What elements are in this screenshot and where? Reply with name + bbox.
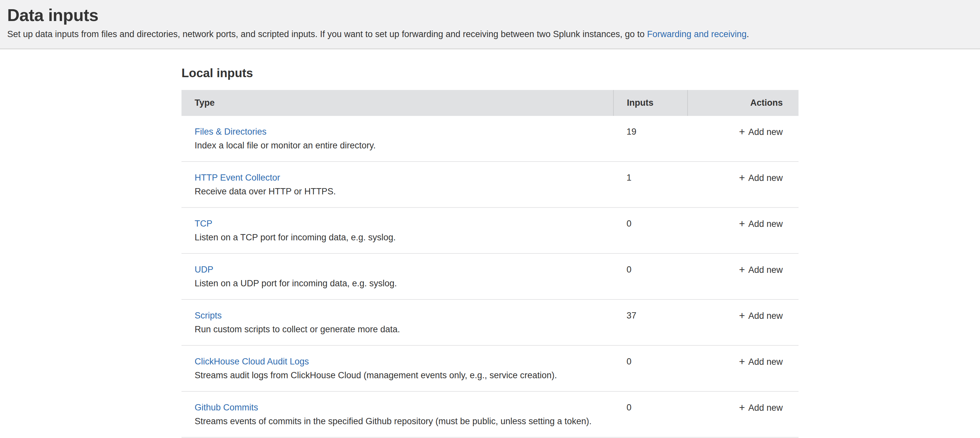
column-header-inputs: Inputs [613, 90, 687, 116]
input-type-link[interactable]: HTTP Event Collector [195, 173, 280, 183]
input-type-description: Listen on a TCP port for incoming data, … [195, 231, 607, 243]
input-type-link[interactable]: Github Commits [195, 403, 258, 413]
input-type-description: Listen on a UDP port for incoming data, … [195, 277, 607, 289]
inputs-count: 0 [613, 346, 687, 391]
inputs-count: 0 [613, 253, 687, 299]
main-content: Local inputs Type Inputs Actions Files &… [181, 49, 799, 438]
add-new-label: Add new [748, 173, 783, 183]
plus-icon: + [739, 402, 745, 413]
add-new-link[interactable]: +Add new [739, 173, 783, 183]
input-type-description: Streams audit logs from ClickHouse Cloud… [195, 370, 607, 381]
add-new-label: Add new [748, 219, 783, 229]
table-row-tcp: TCP Listen on a TCP port for incoming da… [181, 207, 799, 253]
forwarding-and-receiving-link[interactable]: Forwarding and receiving [647, 29, 747, 39]
input-type-description: Streams events of commits in the specifi… [195, 415, 607, 427]
column-header-actions: Actions [687, 90, 799, 116]
add-new-label: Add new [748, 357, 783, 367]
plus-icon: + [739, 264, 745, 276]
table-row-clickhouse-cloud-audit-logs: ClickHouse Cloud Audit Logs Streams audi… [181, 346, 799, 391]
subtitle-text-after: . [747, 29, 749, 39]
add-new-label: Add new [748, 127, 783, 137]
input-type-description: Receive data over HTTP or HTTPS. [195, 185, 607, 197]
inputs-count: 0 [613, 207, 687, 253]
inputs-count: 0 [613, 391, 687, 437]
table-row-udp: UDP Listen on a UDP port for incoming da… [181, 253, 799, 299]
input-type-description: Index a local file or monitor an entire … [195, 140, 607, 151]
subtitle-text-before: Set up data inputs from files and direct… [7, 29, 647, 39]
input-type-link[interactable]: ClickHouse Cloud Audit Logs [195, 357, 309, 366]
add-new-label: Add new [748, 265, 783, 275]
input-type-link[interactable]: Scripts [195, 311, 222, 320]
plus-icon: + [739, 126, 745, 138]
plus-icon: + [739, 218, 745, 229]
add-new-link[interactable]: +Add new [739, 403, 783, 413]
input-type-link[interactable]: Files & Directories [195, 127, 267, 137]
column-header-type: Type [181, 90, 613, 116]
table-header-row: Type Inputs Actions [181, 90, 799, 116]
plus-icon: + [739, 356, 745, 367]
plus-icon: + [739, 310, 745, 322]
table-row-files-directories: Files & Directories Index a local file o… [181, 116, 799, 162]
add-new-label: Add new [748, 311, 783, 321]
add-new-link[interactable]: +Add new [739, 357, 783, 367]
page-header: Data inputs Set up data inputs from file… [0, 0, 980, 49]
add-new-link[interactable]: +Add new [739, 219, 783, 229]
input-type-link[interactable]: UDP [195, 264, 213, 274]
plus-icon: + [739, 172, 745, 183]
page-subtitle: Set up data inputs from files and direct… [7, 28, 972, 40]
inputs-count: 37 [613, 299, 687, 346]
add-new-link[interactable]: +Add new [739, 311, 783, 321]
add-new-link[interactable]: +Add new [739, 265, 783, 275]
page-title: Data inputs [7, 5, 972, 25]
local-inputs-heading: Local inputs [181, 66, 799, 80]
input-type-description: Run custom scripts to collect or generat… [195, 323, 607, 335]
table-row-http-event-collector: HTTP Event Collector Receive data over H… [181, 162, 799, 207]
add-new-link[interactable]: +Add new [739, 127, 783, 137]
table-row-scripts: Scripts Run custom scripts to collect or… [181, 299, 799, 346]
input-type-link[interactable]: TCP [195, 219, 212, 229]
inputs-count: 19 [613, 116, 687, 162]
table-row-github-commits: Github Commits Streams events of commits… [181, 391, 799, 437]
inputs-count: 1 [613, 162, 687, 207]
add-new-label: Add new [748, 403, 783, 413]
local-inputs-table: Type Inputs Actions Files & Directories … [181, 90, 799, 438]
